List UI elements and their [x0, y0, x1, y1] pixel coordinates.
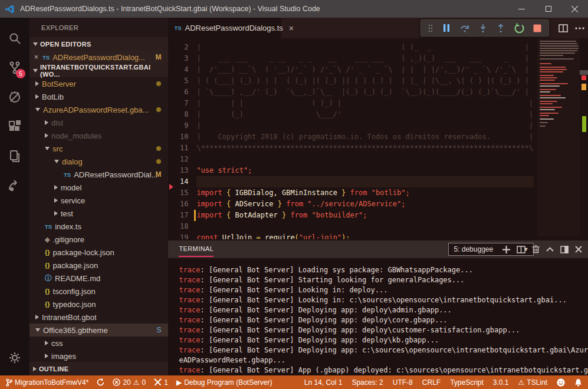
- minimize-button[interactable]: [508, 0, 535, 18]
- code-line-3[interactable]: 3| ___ ___ _ __ _ _ __ ___ ___ | ,_)(_) …: [168, 53, 588, 64]
- tree-item-node-modules[interactable]: node_modules: [29, 129, 168, 142]
- tree-item-test[interactable]: test: [29, 207, 168, 220]
- tasks-item[interactable]: 1: [154, 378, 168, 387]
- tree-item-images[interactable]: images: [29, 350, 168, 362]
- code-line-9[interactable]: 9| |: [168, 120, 588, 131]
- code-line-10[interactable]: 10| Copyright 2018 (c) pragmatismo.io. T…: [168, 131, 588, 143]
- tab-adresetpassworddialogs[interactable]: TS ADResetPasswordDialogs.ts ×: [168, 18, 281, 38]
- indentation-item[interactable]: Spaces: 2: [352, 378, 383, 387]
- code-editor[interactable]: 2| ( )_ _ |3| ___ ___ _ __ _ _ __ ___ __…: [168, 38, 588, 240]
- more-actions-icon[interactable]: [575, 27, 584, 29]
- close-panel-icon[interactable]: [575, 246, 582, 253]
- search-icon[interactable]: [0, 25, 29, 52]
- debug-icon[interactable]: [0, 84, 29, 111]
- stop-icon[interactable]: [533, 24, 541, 32]
- code-line-19[interactable]: 19const UrlJoin = require("url-join");: [168, 232, 588, 239]
- tree-item-dist[interactable]: dist: [29, 116, 168, 129]
- tree-item-package-json[interactable]: {}package.json: [29, 259, 168, 272]
- tree-item-label: package-lock.json: [53, 248, 114, 257]
- tree-item-readme-md[interactable]: ⓘREADME.md: [29, 272, 168, 285]
- maximize-button[interactable]: [535, 0, 561, 18]
- line-number: 17: [168, 210, 188, 221]
- feedback-item[interactable]: [557, 378, 565, 387]
- tab-close-icon[interactable]: ×: [289, 24, 294, 33]
- pause-icon[interactable]: [442, 24, 451, 32]
- tree-item-tsconfig-json[interactable]: {}tsconfig.json: [29, 285, 168, 298]
- tree-item-botserver[interactable]: BotServer: [29, 77, 168, 90]
- tree-item-label: test: [61, 209, 73, 218]
- tree-item-typedoc-json[interactable]: {}typedoc.json: [29, 298, 168, 311]
- tree-item-azureadpasswordreset-gba-[interactable]: AzureADPasswordReset.gba...: [29, 103, 168, 116]
- step-into-icon[interactable]: [479, 24, 487, 33]
- editor-group: TS ADResetPasswordDialogs.ts ×: [168, 18, 588, 375]
- settings-gear-icon[interactable]: [0, 346, 29, 370]
- tslint-item[interactable]: ⚠ TSLint: [518, 378, 547, 387]
- toggle-panel-icon[interactable]: [560, 246, 569, 253]
- code-line-7[interactable]: 7| | | ( )_) | |: [168, 98, 588, 109]
- maximize-panel-icon[interactable]: [546, 247, 554, 252]
- code-line-14[interactable]: 14: [168, 176, 588, 187]
- debug-status-item[interactable]: ▶ Debug Program (BotServer): [176, 378, 272, 387]
- encoding-item[interactable]: UTF-8: [393, 378, 413, 387]
- language-item[interactable]: TypeScript: [450, 378, 484, 387]
- tree-item-service[interactable]: service: [29, 194, 168, 207]
- code-line-15[interactable]: 15import { IGBDialog, GBMinInstance } fr…: [168, 187, 588, 199]
- tree-item-package-lock-json[interactable]: {}package-lock.json: [29, 246, 168, 259]
- documents-icon[interactable]: [0, 143, 29, 170]
- tree-item-adresetpassworddial-[interactable]: TSADResetPasswordDial...M: [29, 168, 168, 181]
- version-item[interactable]: 3.0.1: [493, 378, 509, 387]
- notifications-item[interactable]: [574, 378, 582, 387]
- problems-item[interactable]: 20 ⚠ 0: [113, 378, 146, 387]
- outline-header[interactable]: OUTLINE: [29, 362, 168, 375]
- tree-item-model[interactable]: model: [29, 181, 168, 194]
- scrollbar-thumb[interactable]: [580, 70, 588, 75]
- split-editor-icon[interactable]: [559, 24, 568, 32]
- step-out-icon[interactable]: [497, 24, 505, 33]
- sync-item[interactable]: [97, 378, 104, 386]
- tree-item-src[interactable]: src: [29, 142, 168, 155]
- git-branch-item[interactable]: MigrationToBotFmwV4*: [6, 378, 88, 387]
- terminal-tab[interactable]: TERMINAL: [179, 245, 213, 253]
- overview-ruler[interactable]: [580, 38, 588, 240]
- tree-item-index-ts[interactable]: TSindex.ts: [29, 220, 168, 233]
- tree-item--gitignore[interactable]: ◈.gitignore: [29, 233, 168, 246]
- open-editor-item[interactable]: × TS ADResetPasswordDialog... M: [29, 51, 168, 64]
- code-line-4[interactable]: 4| /'___) __`\ ( '__)/'_` ) /'_`\ /' _ `…: [168, 64, 588, 75]
- code-line-16[interactable]: 16import { ADService } from "../service/…: [168, 199, 588, 210]
- cursor-position-item[interactable]: Ln 14, Col 1: [304, 378, 343, 387]
- tree-item-css[interactable]: css: [29, 337, 168, 350]
- split-terminal-icon[interactable]: [517, 246, 525, 253]
- tree-item-botlib[interactable]: BotLib: [29, 90, 168, 103]
- share-icon[interactable]: [0, 172, 29, 199]
- extensions-icon[interactable]: [0, 113, 29, 140]
- tree-item-intranetbot-gbot[interactable]: IntranetBot.gbot: [29, 311, 168, 324]
- tree-item-label: BotLib: [42, 93, 64, 101]
- minimap[interactable]: [537, 38, 580, 236]
- code-line-6[interactable]: 6| `\____) ,__/' (_) `\__,_)`\__ |(_) (_…: [168, 87, 588, 98]
- source-control-icon[interactable]: 5: [0, 54, 29, 81]
- code-line-18[interactable]: 18: [168, 221, 588, 232]
- line-number: 19: [168, 232, 188, 239]
- toolbar-grip[interactable]: [428, 24, 433, 32]
- code-line-13[interactable]: 13"use strict";: [168, 165, 588, 176]
- step-over-icon[interactable]: [460, 24, 470, 33]
- tree-item-office365-gbtheme[interactable]: Office365.gbthemeS: [29, 324, 168, 337]
- code-line-12[interactable]: 12: [168, 154, 588, 165]
- code-line-11[interactable]: 11\*************************************…: [168, 143, 588, 154]
- code-line-2[interactable]: 2| ( )_ _ |: [168, 42, 588, 53]
- line-number: 15: [168, 187, 188, 199]
- eol-item[interactable]: CRLF: [422, 378, 441, 387]
- kill-terminal-icon[interactable]: [532, 245, 540, 253]
- close-button[interactable]: [561, 0, 588, 18]
- tree-item-dialog[interactable]: dialog: [29, 155, 168, 168]
- terminal-output[interactable]: trace: [General Bot Server] Loading sys …: [168, 258, 588, 375]
- restart-icon[interactable]: [514, 23, 524, 33]
- new-terminal-icon[interactable]: [502, 246, 510, 253]
- workspace-header[interactable]: INTRANETBOTQUICKSTART.GBAI (WO...: [29, 64, 168, 77]
- close-icon[interactable]: ×: [34, 53, 42, 61]
- open-editors-header[interactable]: OPEN EDITORS: [29, 37, 168, 51]
- code-line-8[interactable]: 8| (_) \___/' |: [168, 109, 588, 120]
- code-line-5[interactable]: 5| ( (___| (_) ) | | ( (_| |( (_) || ( )…: [168, 75, 588, 87]
- code-line-17[interactable]: 17import { BotAdapter } from "botbuilder…: [168, 210, 588, 221]
- scm-badge: 5: [16, 69, 25, 78]
